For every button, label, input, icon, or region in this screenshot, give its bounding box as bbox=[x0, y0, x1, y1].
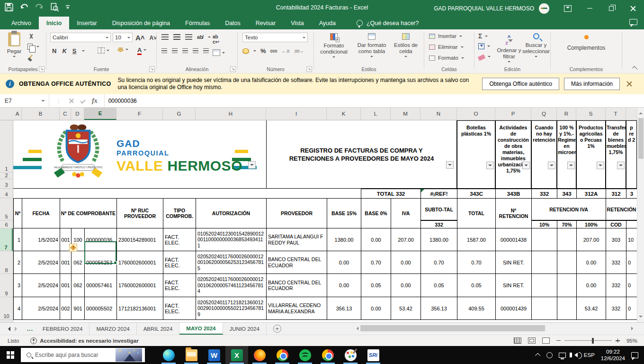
underline-button[interactable]: S bbox=[72, 47, 77, 55]
minimize-button[interactable] bbox=[579, 0, 600, 17]
cell-iva-row8[interactable]: 0.00 bbox=[391, 251, 420, 274]
filter-header-cell-5[interactable]: Transferencia de bienes muebles 1,75% bbox=[606, 120, 626, 189]
cell-fecha-row8[interactable]: 2/5/2024 bbox=[22, 251, 60, 274]
insert-cells-button[interactable]: Insertar bbox=[429, 33, 462, 39]
table-header-subtotal[interactable]: SUBTO-TAL bbox=[420, 198, 457, 220]
bold-button[interactable]: N bbox=[52, 47, 56, 55]
menu-tab-archivo[interactable]: Archivo bbox=[4, 17, 39, 29]
cell-subtotal-row7[interactable]: 1380.00 bbox=[420, 228, 457, 251]
align-middle-icon[interactable] bbox=[173, 34, 180, 40]
account-name[interactable]: GAD PARROQUIAL VALLE HERMOSO bbox=[434, 5, 534, 12]
taskbar-app-firefox[interactable] bbox=[248, 346, 271, 364]
row-header-10[interactable]: 10 bbox=[0, 297, 13, 320]
cell-base15-row8[interactable]: 0.00 bbox=[327, 251, 361, 274]
cell-punto-row9[interactable]: 062 bbox=[71, 274, 84, 297]
column-header-Q[interactable]: Q bbox=[531, 108, 557, 120]
cell-ret70-row10[interactable] bbox=[557, 297, 576, 320]
row-header-2[interactable]: 2 bbox=[0, 173, 13, 179]
cell-ret70-row8[interactable] bbox=[557, 251, 576, 274]
font-dialog-launcher[interactable]: ↘ bbox=[149, 66, 155, 72]
column-header-B[interactable]: B bbox=[22, 108, 60, 120]
comma-style-button[interactable]: 000 bbox=[270, 49, 277, 54]
cell-total-332[interactable]: TOTAL 332 bbox=[361, 189, 420, 198]
cell-proveedor-row8[interactable]: BANCO CENTRAL DEL ECUADOR bbox=[266, 251, 327, 274]
cell-cod-row8[interactable]: 332 bbox=[606, 251, 626, 274]
cell-ruc-row9[interactable]: 1760002600001 bbox=[116, 274, 163, 297]
filter-dropdown-icon[interactable] bbox=[486, 162, 494, 169]
menu-tab-disposici-n-de-p-gina[interactable]: Disposición de página bbox=[105, 17, 178, 29]
scroll-down-icon[interactable] bbox=[639, 316, 643, 319]
cell-ret70-row7[interactable] bbox=[557, 228, 576, 251]
scroll-right-icon[interactable] bbox=[631, 327, 635, 330]
addins-button[interactable]: Complementos bbox=[565, 35, 608, 51]
decrease-font-button[interactable]: A˅ bbox=[150, 35, 157, 41]
taskbar-app-paint[interactable] bbox=[339, 346, 362, 364]
column-header-H[interactable]: H bbox=[196, 108, 266, 120]
cell-ruc-row10[interactable]: 1712182136001 bbox=[116, 297, 163, 320]
row-header-4[interactable]: 4 bbox=[0, 189, 13, 198]
number-format-combo[interactable]: Texto bbox=[242, 33, 308, 42]
column-header-D[interactable]: D bbox=[71, 108, 84, 120]
row-header-7[interactable]: 7 bbox=[0, 228, 13, 251]
more-sheets-button[interactable]: ... bbox=[24, 323, 36, 335]
taskbar-search[interactable]: Escribe aquí para buscar bbox=[21, 348, 145, 362]
cell-punto-row10[interactable]: 901 bbox=[71, 297, 84, 320]
fill-color-button[interactable] bbox=[117, 46, 128, 52]
action-center-icon[interactable] bbox=[631, 352, 638, 358]
borders-button[interactable] bbox=[98, 47, 109, 54]
cell-ret100-row9[interactable]: 0.00 bbox=[576, 274, 606, 297]
table-header-total[interactable]: TOTAL bbox=[457, 198, 495, 228]
table-header-p100[interactable]: 100% bbox=[576, 220, 606, 228]
name-box[interactable]: E7 bbox=[0, 94, 49, 107]
increase-decimal-button[interactable]: ←.0 bbox=[282, 49, 290, 54]
column-header-P[interactable]: P bbox=[495, 108, 531, 120]
network-icon[interactable] bbox=[559, 353, 566, 358]
row-header-6[interactable]: 6 bbox=[0, 220, 13, 228]
table-header-p10[interactable]: 10% bbox=[531, 220, 557, 228]
cell-subtotal-row8[interactable]: 0.70 bbox=[420, 251, 457, 274]
align-right-icon[interactable] bbox=[182, 48, 188, 54]
volume-icon[interactable] bbox=[572, 353, 578, 357]
menu-tab-ayuda[interactable]: Ayuda bbox=[312, 17, 343, 29]
fill-button[interactable] bbox=[478, 43, 490, 49]
page-layout-view-button[interactable] bbox=[528, 337, 536, 344]
format-cells-button[interactable]: Formato bbox=[429, 55, 464, 61]
cell-num_retencion-row8[interactable]: SIN RET. bbox=[495, 251, 531, 274]
filter-dropdown-icon[interactable] bbox=[597, 162, 604, 169]
cell-tipo-row7[interactable]: FACT. ELEC. bbox=[163, 228, 196, 251]
cell-subtotal-row9[interactable]: 0.05 bbox=[420, 274, 457, 297]
sheet-tab-mayo-2024[interactable]: MAYO 2024 bbox=[179, 323, 223, 335]
decrease-indent-icon[interactable] bbox=[193, 48, 198, 54]
taskbar-app-word[interactable]: W bbox=[203, 346, 225, 364]
cell-base0-row8[interactable]: 0.70 bbox=[361, 251, 391, 274]
column-header-L[interactable]: L bbox=[361, 108, 391, 120]
zoom-slider-thumb[interactable] bbox=[592, 338, 594, 344]
column-header-K[interactable]: K bbox=[327, 108, 361, 120]
cell-cod-row10[interactable]: 332 bbox=[606, 297, 626, 320]
clear-button[interactable] bbox=[478, 54, 491, 60]
align-center-icon[interactable] bbox=[172, 48, 178, 54]
align-bottom-icon[interactable] bbox=[185, 34, 192, 40]
cancel-entry-icon[interactable] bbox=[69, 99, 74, 103]
collapse-ribbon-icon[interactable] bbox=[632, 66, 637, 71]
cell-proveedor-row10[interactable]: VILLARREAL CEDENO MARIA ALEXANDRA bbox=[266, 297, 327, 320]
taskbar-app-spotify[interactable] bbox=[294, 346, 316, 364]
percent-style-button[interactable]: % bbox=[260, 47, 266, 55]
row-header-8[interactable]: 8 bbox=[0, 251, 13, 274]
cell-code-343[interactable]: 343 bbox=[557, 189, 576, 198]
new-sheet-button[interactable]: + bbox=[273, 325, 281, 333]
cell-autorizacion-row10[interactable]: 0205202401171218213600120029010000055021… bbox=[196, 297, 266, 320]
cell-base15-row9[interactable]: 0.00 bbox=[327, 274, 361, 297]
cell-code-3[interactable]: 3 bbox=[626, 189, 637, 198]
cell-tipo-row8[interactable]: FACT. ELEC. bbox=[163, 251, 196, 274]
row-header-3[interactable]: 3 bbox=[0, 179, 13, 189]
accounting-format-icon[interactable] bbox=[242, 48, 249, 54]
table-header-cod[interactable]: COD bbox=[606, 220, 626, 228]
increase-font-button[interactable]: A˄ bbox=[135, 34, 145, 42]
cell-extra-row8[interactable]: 0 bbox=[626, 251, 637, 274]
cell-proveedor-row9[interactable]: BANCO CENTRAL DEL ECUADOR bbox=[266, 274, 327, 297]
cell-extra-row10[interactable]: 0 bbox=[626, 297, 637, 320]
orientation-button[interactable]: ab̸ bbox=[197, 34, 203, 40]
start-button[interactable] bbox=[0, 346, 21, 364]
error-trace-button[interactable] bbox=[69, 244, 77, 252]
